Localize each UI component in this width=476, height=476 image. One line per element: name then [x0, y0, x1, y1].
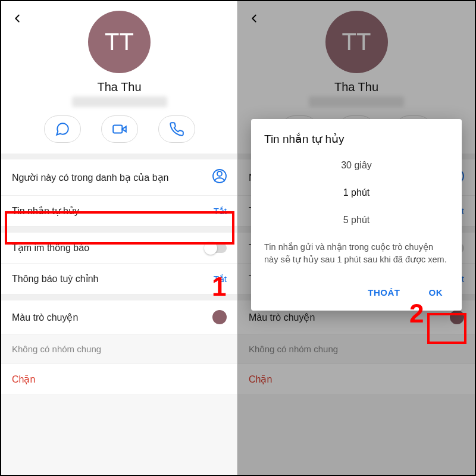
- option-1m[interactable]: 1 phút: [264, 179, 449, 206]
- svg-marker-1: [122, 127, 126, 132]
- avatar[interactable]: TT: [88, 11, 151, 73]
- callout-2: 2: [409, 299, 424, 328]
- color-swatch: [212, 310, 227, 324]
- profile-phone-blurred: [309, 96, 404, 107]
- voice-call-button[interactable]: [158, 115, 195, 143]
- profile-header: TT Tha Thu: [1, 1, 237, 154]
- dialog-title: Tin nhắn tự hủy: [264, 132, 449, 146]
- dialog-options: 30 giây 1 phút 5 phút: [264, 152, 449, 234]
- avatar: TT: [325, 11, 388, 73]
- left-screenshot: TT Tha Thu Người này có trong danh bạ củ…: [1, 1, 238, 475]
- action-row: [1, 115, 237, 154]
- contact-icon: [212, 169, 227, 186]
- row-label: Chặn: [249, 374, 272, 385]
- profile-name: Tha Thu: [1, 80, 237, 94]
- svg-point-2: [217, 171, 222, 176]
- dialog-cancel-button[interactable]: THOÁT: [362, 283, 406, 302]
- row-mute[interactable]: Tạm im thông báo: [1, 233, 237, 264]
- row-no-groups: Không có nhóm chung: [1, 334, 237, 364]
- row-label: Màu trò chuyện: [249, 312, 315, 323]
- dialog-ok-button[interactable]: OK: [423, 283, 449, 302]
- row-label: Thông báo tuỳ chỉnh: [12, 273, 98, 284]
- svg-rect-0: [113, 126, 122, 133]
- row-chat-color[interactable]: Màu trò chuyện: [1, 300, 237, 334]
- row-in-contacts[interactable]: Người này có trong danh bạ của bạn: [1, 159, 237, 196]
- row-self-destruct[interactable]: Tin nhắn tự hủy Tắt: [1, 196, 237, 227]
- dialog-description: Tin nhắn gửi và nhận trong cuộc trò chuy…: [264, 241, 449, 266]
- row-label: Tạm im thông báo: [12, 242, 89, 253]
- callout-1: 1: [212, 272, 226, 302]
- back-button[interactable]: [8, 10, 26, 27]
- message-button[interactable]: [44, 115, 81, 143]
- back-button[interactable]: [245, 10, 263, 27]
- row-label: Chặn: [12, 374, 35, 385]
- row-no-groups: Không có nhóm chung: [238, 334, 475, 364]
- row-label: Màu trò chuyện: [12, 312, 78, 323]
- profile-name: Tha Thu: [238, 80, 475, 94]
- row-value: Tắt: [214, 206, 227, 217]
- row-custom-notify[interactable]: Thông báo tuỳ chỉnh Tắt: [1, 264, 237, 295]
- right-screenshot: TT Tha Thu Người này có trong danh bạ củ…: [238, 1, 475, 475]
- profile-phone-blurred: [72, 96, 167, 107]
- mute-toggle[interactable]: [205, 243, 227, 253]
- video-call-button[interactable]: [101, 115, 138, 143]
- color-swatch: [450, 310, 464, 324]
- row-block[interactable]: Chặn: [1, 364, 237, 395]
- option-5m[interactable]: 5 phút: [264, 206, 449, 234]
- option-30s[interactable]: 30 giây: [264, 152, 449, 179]
- row-block: Chặn: [238, 364, 475, 395]
- row-label: Người này có trong danh bạ của bạn: [12, 172, 168, 183]
- row-label: Tin nhắn tự hủy: [12, 205, 79, 217]
- self-destruct-dialog: Tin nhắn tự hủy 30 giây 1 phút 5 phút Ti…: [251, 119, 462, 311]
